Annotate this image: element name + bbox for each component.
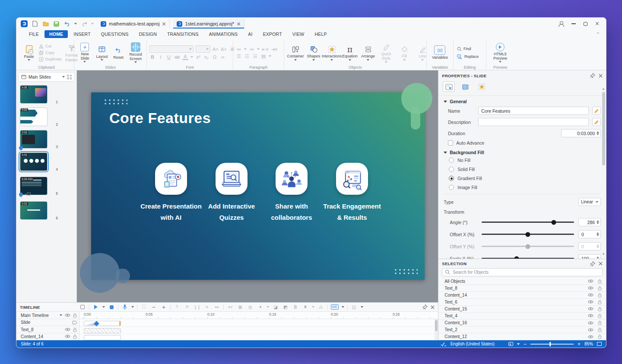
lock-icon[interactable] (598, 279, 602, 284)
feature-item-1[interactable]: Create Presentationwith AI (139, 163, 203, 224)
eye-icon[interactable] (588, 328, 593, 332)
lock-icon[interactable] (598, 300, 602, 304)
object-row-all[interactable]: All Objects (438, 278, 606, 285)
increase-font-icon[interactable]: A˄ (213, 47, 219, 52)
save-button[interactable] (53, 21, 60, 27)
lock-icon[interactable] (598, 307, 602, 311)
close-window-button[interactable] (595, 22, 600, 26)
timeline-frame-icon[interactable] (79, 304, 86, 310)
eye-icon[interactable] (588, 286, 593, 290)
lock-icon[interactable] (598, 334, 602, 339)
pin-panel-icon[interactable] (590, 73, 595, 78)
feature-item-4[interactable]: Track Engagement& Results (320, 163, 384, 224)
paste-button[interactable]: Paste (22, 44, 36, 62)
decrease-font-icon[interactable]: A˅ (221, 47, 227, 52)
align-center-icon[interactable]: ☲ (244, 54, 250, 59)
slide-timebar[interactable] (84, 321, 121, 326)
document-tab-2[interactable]: 1steLearningprj.approj* (173, 19, 244, 28)
object-row[interactable]: Text_4 (438, 313, 606, 320)
search-input[interactable] (453, 270, 600, 275)
lock-icon[interactable] (73, 313, 77, 318)
lock-icon[interactable] (73, 327, 77, 332)
timeline-row-slide[interactable]: Slide (16, 319, 79, 326)
zoom-in-timeline-icon[interactable]: + (160, 304, 167, 310)
slide-name-input[interactable]: Core Features (478, 107, 589, 115)
solid-fill-radio[interactable]: Solid Fill (449, 167, 601, 172)
lock-icon[interactable] (598, 320, 602, 325)
html5-preview-button[interactable]: HTML5 Preview (489, 42, 511, 64)
superscript-button[interactable]: x² (195, 54, 201, 60)
zoom-slider-knob[interactable] (549, 342, 551, 346)
layout-button[interactable]: Layout (95, 44, 109, 62)
clock-icon[interactable]: ◷ (247, 304, 254, 310)
scroll-up-icon[interactable]: ▲ (602, 87, 605, 91)
scale-x-slider[interactable] (482, 258, 574, 259)
object-row[interactable]: Content_16 (438, 320, 606, 326)
find-button[interactable]: Find (456, 46, 479, 52)
duplicate-button[interactable]: Duplicate (38, 57, 63, 62)
italic-button[interactable]: I (158, 54, 164, 60)
lock-icon[interactable] (73, 334, 77, 339)
slide-thumbnail-5[interactable]: 0:29.033 5 🕨 (20, 177, 54, 195)
eye-icon[interactable] (65, 327, 70, 332)
bullet-list-icon[interactable]: ≔ (236, 47, 242, 52)
equalizer-icon[interactable]: ⩩ (302, 304, 309, 310)
slide-thumbnail-4-selected[interactable]: 0:03 4 (20, 152, 54, 171)
font-family-select[interactable] (149, 45, 194, 53)
redo-dropdown[interactable] (91, 23, 94, 25)
split-view-icon[interactable]: ◫ (351, 304, 358, 310)
new-slide-button[interactable]: + New Slide (77, 42, 93, 64)
eye-icon[interactable] (588, 279, 593, 283)
scroll-down-icon[interactable]: ▼ (602, 252, 605, 256)
slide-thumbnail-3[interactable]: 0:03 3 (20, 130, 54, 149)
tab-home[interactable]: HOME (44, 30, 68, 38)
slide-thumbnail-6[interactable]: 0:03 6 (20, 201, 54, 220)
timeline-tracks-area[interactable]: 0:00 0:05 0:10 0:15 0:20 0:25 (79, 312, 438, 340)
eye-icon[interactable] (65, 313, 70, 317)
lock-icon[interactable] (598, 293, 602, 298)
tab-interactivity-properties[interactable] (476, 82, 488, 92)
delete-time-icon[interactable]: ⧘ᵈ (184, 304, 190, 310)
language-indicator[interactable]: English (United States) (451, 342, 495, 346)
close-panel-icon[interactable] (599, 74, 603, 78)
zoom-in-button[interactable]: + (578, 341, 581, 347)
edit-name-button[interactable] (592, 107, 601, 115)
fill-button[interactable]: Fill (396, 44, 413, 61)
close-tab-icon[interactable] (162, 22, 166, 26)
document-tab-1[interactable]: mathematics-test.approj (97, 19, 170, 28)
eye-icon[interactable] (588, 307, 593, 311)
feature-item-3[interactable]: Share withcollaborators (259, 163, 324, 224)
bold-button[interactable]: B (149, 54, 156, 60)
close-tab-icon[interactable] (237, 22, 241, 26)
tab-slide-properties[interactable] (443, 82, 455, 92)
record-narration-icon[interactable] (121, 304, 128, 310)
tab-file[interactable]: FILE (24, 30, 44, 38)
general-section-header[interactable]: General (444, 99, 601, 104)
justify-icon[interactable]: ▤ (260, 54, 267, 59)
tab-insert[interactable]: INSERT (69, 30, 95, 38)
eye-icon[interactable] (588, 321, 593, 325)
subscript-button[interactable]: x₂ (203, 54, 209, 60)
lock-icon[interactable] (598, 327, 602, 332)
font-size-select[interactable] (196, 45, 210, 53)
duration-spinner[interactable]: 0:03.000 (561, 129, 601, 137)
offset-y-spinner[interactable]: 0 (578, 242, 601, 250)
object-row[interactable]: Content_15 (438, 306, 606, 313)
lock-icon[interactable] (598, 313, 602, 318)
audio-tool-icon[interactable]: 🕨 (257, 304, 263, 310)
undo-button[interactable] (63, 21, 71, 27)
shapes-button[interactable]: Shapes (305, 44, 322, 61)
image-fill-radio[interactable]: Image Fill (449, 185, 601, 190)
lock-icon[interactable] (598, 286, 602, 291)
closed-caption-button[interactable]: CC (331, 304, 339, 310)
font-color-button[interactable]: A (182, 54, 188, 60)
tab-size-properties[interactable] (459, 82, 471, 92)
volume-up-icon[interactable]: ⫿⫾ (292, 304, 299, 310)
eye-icon[interactable] (588, 335, 593, 339)
preview-slide-icon[interactable] (508, 342, 513, 346)
fade-in-icon[interactable]: ◪ (272, 304, 279, 310)
reset-button[interactable]: Reset (111, 44, 126, 60)
join-clip-icon[interactable]: ⊞ (237, 304, 244, 310)
tab-questions[interactable]: QUESTIONS (96, 30, 133, 38)
object-row[interactable]: Text_2 (438, 326, 606, 333)
